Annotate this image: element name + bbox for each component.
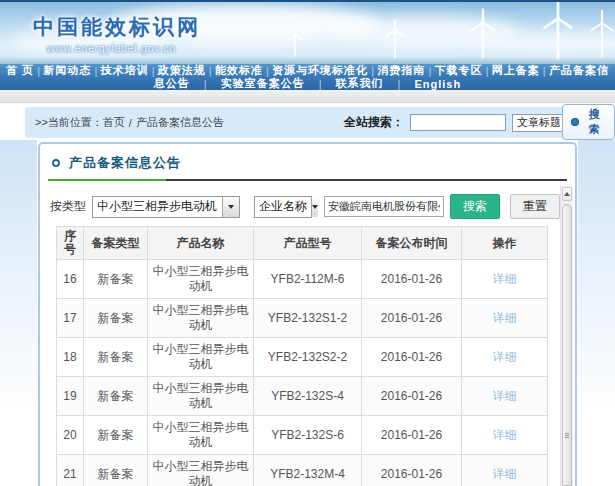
table-row: 18新备案中小型三相异步电动机YFB2-132S2-22016-01-26详细 — [57, 338, 548, 377]
site-search-group: 全站搜索： 文章标题 — [344, 114, 581, 132]
vertical-scrollbar[interactable] — [560, 186, 573, 486]
table-row: 21新备案中小型三相异步电动机YFB2-132M-42016-01-26详细 — [57, 455, 548, 486]
nav-item[interactable]: 消费指南 — [377, 63, 425, 78]
left-edge-fade — [0, 140, 37, 486]
nav-separator: | — [428, 65, 431, 77]
cell-name: 中小型三相异步电动机 — [148, 260, 254, 299]
site-banner: 中国能效标识网 www.energylabel.gov.cn — [0, 0, 615, 64]
nav-item[interactable]: 新闻动态 — [43, 63, 91, 78]
nav-separator: | — [94, 65, 97, 77]
table-row: 17新备案中小型三相异步电动机YFB2-132S1-22016-01-26详细 — [57, 299, 548, 338]
circle-bullet-icon — [52, 159, 60, 167]
detail-link[interactable]: 详细 — [493, 389, 517, 403]
column-header: 备案类型 — [84, 227, 148, 260]
filter-reset-button[interactable]: 重置 — [510, 194, 560, 219]
table-row: 16新备案中小型三相异步电动机YFB2-112M-62016-01-26详细 — [57, 260, 548, 299]
nav-item[interactable]: 联系我们 — [336, 76, 384, 91]
nav-separator: | — [486, 65, 489, 77]
nav-item[interactable]: 产品备案信 — [549, 63, 609, 78]
site-logo[interactable]: 中国能效标识网 www.energylabel.gov.cn — [33, 13, 201, 54]
cell-date: 2016-01-26 — [362, 377, 462, 416]
site-search-button[interactable]: 搜 索 — [562, 104, 615, 140]
nav-separator: | — [319, 78, 322, 90]
search-category-value: 文章标题 — [513, 115, 565, 131]
scroll-up-button[interactable] — [562, 187, 572, 201]
wind-turbine-icon — [382, 18, 408, 60]
nav-separator: | — [37, 65, 40, 77]
nav-separator: | — [152, 65, 155, 77]
nav-item[interactable]: 首 页 — [6, 63, 34, 78]
filter-search-button[interactable]: 搜索 — [450, 194, 500, 219]
nav-separator: | — [371, 65, 374, 77]
cell-model: YFB2-132S-4 — [254, 377, 362, 416]
field-select-value: 企业名称 — [255, 197, 311, 217]
nav-item[interactable]: English — [414, 78, 461, 90]
cell-date: 2016-01-26 — [362, 260, 462, 299]
table-header-row: 序号备案类型产品名称产品型号备案公布时间操作 — [57, 227, 548, 260]
cell-model: YFB2-132M-4 — [254, 455, 362, 486]
field-select[interactable]: 企业名称 — [254, 196, 312, 218]
sub-nav-strip — [0, 90, 615, 103]
page: 中国能效标识网 www.energylabel.gov.cn 首 页|新闻动态|… — [0, 0, 615, 486]
breadcrumb-bar: >>当前位置： 首页 / 产品备案信息公告 全站搜索： 文章标题 — [25, 107, 591, 138]
cell-model: YFB2-112M-6 — [254, 260, 362, 299]
detail-link[interactable]: 详细 — [493, 272, 517, 286]
cell-date: 2016-01-26 — [362, 338, 462, 377]
type-filter-label: 按类型 — [50, 198, 86, 215]
nav-item[interactable]: 下载专区 — [434, 63, 482, 78]
detail-link[interactable]: 详细 — [493, 311, 517, 325]
section-divider — [48, 179, 567, 181]
main-navigation: 首 页|新闻动态|技术培训|政策法规|能效标准|资源与环境标准化|消费指南|下载… — [0, 64, 615, 90]
chevron-down-icon[interactable] — [311, 197, 318, 217]
cell-action: 详细 — [462, 377, 548, 416]
site-title: 中国能效标识网 — [33, 13, 201, 41]
site-url: www.energylabel.gov.cn — [47, 43, 201, 54]
detail-link[interactable]: 详细 — [493, 467, 517, 481]
cell-no: 20 — [57, 416, 84, 455]
column-header: 产品名称 — [148, 227, 254, 260]
nav-item[interactable]: 实验室备案公告 — [221, 76, 305, 91]
detail-link[interactable]: 详细 — [493, 350, 517, 364]
column-header: 序号 — [57, 227, 84, 260]
report-frame: 按类型 中小型三相异步电动机 企业名称 搜索 重置 — [42, 186, 573, 486]
site-search-button-label: 搜 索 — [583, 107, 606, 137]
keyword-input[interactable] — [324, 196, 444, 217]
cell-action: 详细 — [462, 299, 548, 338]
cell-name: 中小型三相异步电动机 — [148, 338, 254, 377]
cell-type: 新备案 — [84, 299, 148, 338]
column-header: 操作 — [462, 227, 548, 260]
cell-no: 21 — [57, 455, 84, 486]
breadcrumb-home-link[interactable]: 首页 — [103, 115, 125, 130]
nav-row-1: 首 页|新闻动态|技术培训|政策法规|能效标准|资源与环境标准化|消费指南|下载… — [0, 64, 615, 77]
cell-date: 2016-01-26 — [362, 299, 462, 338]
cell-date: 2016-01-26 — [362, 416, 462, 455]
cell-name: 中小型三相异步电动机 — [148, 416, 254, 455]
section-header: 产品备案信息公告 — [40, 144, 575, 172]
cell-action: 详细 — [462, 416, 548, 455]
table-row: 20新备案中小型三相异步电动机YFB2-132S-62016-01-26详细 — [57, 416, 548, 455]
scrollbar-grip-icon — [565, 433, 569, 439]
chevron-down-icon[interactable] — [222, 197, 239, 217]
nav-item[interactable]: 网上备案 — [492, 63, 540, 78]
right-edge-fade — [578, 140, 615, 486]
scrollbar-thumb[interactable] — [562, 204, 572, 486]
bullet-icon — [571, 118, 579, 126]
nav-item[interactable]: 技术培训 — [100, 63, 148, 78]
cell-action: 详细 — [462, 455, 548, 486]
wind-turbine-icon — [466, 6, 500, 62]
cell-name: 中小型三相异步电动机 — [148, 377, 254, 416]
cell-no: 19 — [57, 377, 84, 416]
cell-type: 新备案 — [84, 455, 148, 486]
cell-name: 中小型三相异步电动机 — [148, 299, 254, 338]
content-panel: 产品备案信息公告 按类型 中小型三相异步电动机 企业名称 搜索 — [38, 142, 577, 486]
nav-separator: | — [543, 65, 546, 77]
site-search-input[interactable] — [410, 114, 506, 131]
breadcrumb-separator: / — [129, 117, 132, 129]
cell-action: 详细 — [462, 338, 548, 377]
cell-model: YFB2-132S2-2 — [254, 338, 362, 377]
nav-item[interactable]: 息公告 — [154, 76, 190, 91]
records-table: 序号备案类型产品名称产品型号备案公布时间操作 16新备案中小型三相异步电动机YF… — [56, 226, 548, 486]
detail-link[interactable]: 详细 — [493, 428, 517, 442]
type-select[interactable]: 中小型三相异步电动机 — [92, 196, 240, 218]
nav-separator: | — [398, 78, 401, 90]
